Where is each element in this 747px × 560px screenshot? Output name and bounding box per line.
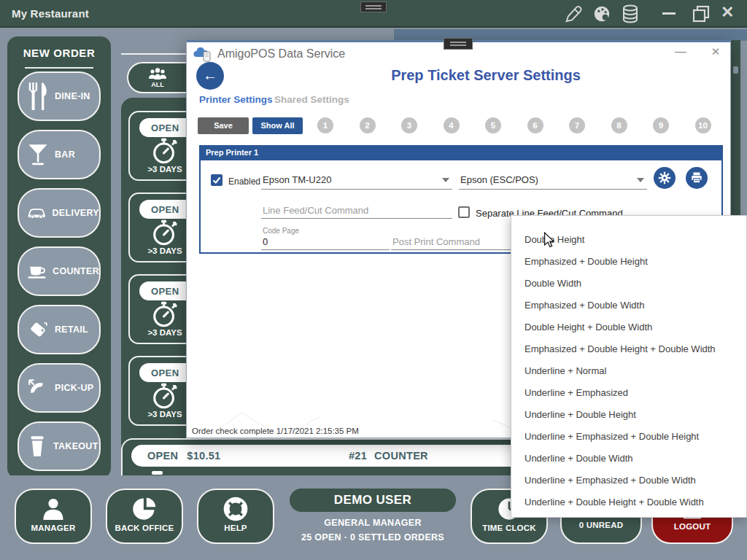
menu-item[interactable]: Underline + Emphasized + Double Height: [511, 426, 746, 448]
enabled-checkbox[interactable]: [211, 174, 222, 186]
printer-select-value: Epson TM-U220: [263, 174, 331, 185]
sidebar-item-label: DINE-IN: [55, 91, 90, 101]
page-button-10[interactable]: 10: [695, 117, 711, 133]
martini-icon: [27, 143, 49, 166]
selected-order-number: #21: [349, 450, 367, 462]
cloud-sync-icon: [193, 45, 213, 63]
selected-order-type: COUNTER: [374, 450, 428, 462]
database-icon[interactable]: [620, 4, 640, 24]
manager-button[interactable]: MANAGER: [15, 489, 92, 544]
mouse-cursor: [543, 232, 555, 248]
menu-item[interactable]: Emphasized + Double Width: [511, 295, 746, 316]
enabled-label: Enabled: [228, 176, 260, 187]
stopwatch-icon: [150, 381, 179, 411]
car-icon: [27, 204, 47, 222]
sidebar-item-bar[interactable]: BAR: [18, 130, 101, 179]
back-button[interactable]: ←: [196, 62, 224, 90]
dialog-close-icon[interactable]: ✕: [708, 44, 724, 60]
menu-item[interactable]: Underline + Double Height: [511, 404, 746, 426]
save-changes-button[interactable]: Save Changes: [198, 117, 249, 134]
tab-shared-settings[interactable]: Shared Settings: [274, 94, 349, 105]
emulation-select-value: Epson (ESC/POS): [460, 174, 538, 185]
page-button-6[interactable]: 6: [527, 117, 543, 133]
app-titlebar: My Restaurant ✕: [0, 0, 747, 28]
palette-icon[interactable]: [591, 4, 613, 24]
sidebar-item-delivery[interactable]: DELIVERY: [18, 188, 101, 238]
menu-item[interactable]: Underline + Emphasized: [511, 382, 746, 404]
filter-all-label: ALL: [151, 81, 164, 88]
sidebar-item-label: DELIVERY: [53, 208, 99, 218]
page-button-4[interactable]: 4: [444, 117, 460, 133]
menu-item[interactable]: Underline + Normal: [511, 360, 746, 382]
page-button-3[interactable]: 3: [401, 117, 417, 133]
logout-label: LOGOUT: [674, 522, 711, 531]
manager-label: MANAGER: [31, 524, 76, 532]
dialog-drag-handle[interactable]: [444, 38, 473, 50]
status-bar-text: Order check complete 1/17/2021 2:15:35 P…: [192, 427, 359, 435]
scroll-indicator: [152, 471, 163, 475]
menu-item[interactable]: Emphasized + Double Height + Double Widt…: [511, 338, 746, 360]
separate-line-feed-checkbox[interactable]: [458, 206, 470, 218]
time-clock-label: TIME CLOCK: [482, 524, 536, 532]
new-order-header: NEW ORDER: [7, 47, 111, 59]
page-button-9[interactable]: 9: [653, 117, 669, 133]
orders-summary: 25 OPEN · 0 SETTLED ORDERS: [268, 532, 478, 542]
sidebar-item-label: TAKEOUT: [53, 441, 98, 451]
emulation-select[interactable]: Epson (ESC/POS): [459, 173, 647, 190]
page-button-2[interactable]: 2: [360, 117, 376, 133]
menu-item[interactable]: Underline + Emphasized + Double Width: [511, 470, 746, 491]
tab-printer-settings[interactable]: Printer Settings: [199, 94, 273, 105]
close-icon[interactable]: ✕: [721, 2, 734, 23]
back-office-button[interactable]: BACK OFFICE: [106, 489, 183, 544]
order-status: OPEN: [151, 368, 179, 378]
prep-printer-header: Prep Printer 1: [199, 145, 723, 160]
app-title: My Restaurant: [12, 7, 89, 20]
help-button[interactable]: HELP: [197, 489, 274, 544]
sidebar-item-retail[interactable]: RETAIL: [18, 305, 101, 354]
takeout-cup-icon: [27, 435, 47, 458]
page-button-7[interactable]: 7: [569, 117, 585, 133]
current-user-badge[interactable]: DEMO USER: [290, 489, 456, 512]
printer-icon: [690, 171, 703, 184]
line-feed-input[interactable]: [261, 205, 452, 219]
printer-select[interactable]: Epson TM-U220: [261, 173, 452, 190]
page-button-8[interactable]: 8: [611, 117, 627, 133]
sidebar-item-takeout[interactable]: TAKEOUT: [18, 421, 101, 471]
dialog-minimize-icon[interactable]: —: [673, 44, 689, 60]
menu-item[interactable]: Double Height + Double Width: [511, 316, 746, 338]
order-status: OPEN: [151, 286, 179, 297]
minimize-icon[interactable]: [662, 12, 676, 15]
menu-item[interactable]: Underline + Double Height + Double Width: [511, 491, 746, 513]
printer-settings-gear-button[interactable]: [654, 167, 676, 189]
user-role: GENERAL MANAGER: [290, 518, 456, 528]
gear-icon: [658, 171, 671, 184]
code-page-input[interactable]: [261, 236, 390, 250]
menu-item[interactable]: Emphasized + Double Height: [511, 251, 746, 273]
scrollbar-thumb[interactable]: [733, 66, 738, 74]
menu-item[interactable]: Underline + Double Width: [511, 448, 746, 470]
stopwatch-icon: [150, 136, 179, 166]
menu-item[interactable]: Double Width: [511, 273, 746, 295]
sidebar-item-pick-up[interactable]: PICK-UP: [18, 363, 101, 413]
sidebar-item-label: RETAIL: [55, 324, 88, 335]
dialog-title: AmigoPOS Data Service: [217, 47, 345, 61]
page-button-5[interactable]: 5: [485, 117, 501, 133]
order-status: OPEN: [151, 204, 179, 215]
pos-app-screen: My Restaurant ✕ NEW ORD: [0, 0, 747, 560]
test-print-button[interactable]: [686, 167, 708, 189]
selected-order-status: OPEN: [147, 450, 178, 462]
stopwatch-icon: [150, 300, 179, 329]
sidebar-item-label: PICK-UP: [55, 383, 94, 393]
restore-icon[interactable]: [692, 4, 711, 23]
show-all-button[interactable]: Show All: [252, 117, 303, 134]
sidebar-item-counter[interactable]: COUNTER: [18, 246, 101, 296]
stopwatch-icon: [150, 218, 179, 247]
screen-drag-handle[interactable]: [360, 1, 387, 12]
chevron-down-icon: [442, 178, 449, 182]
post-print-input[interactable]: [391, 236, 515, 250]
sidebar-item-dine-in[interactable]: DINE-IN: [18, 71, 101, 121]
page-button-1[interactable]: 1: [317, 117, 333, 133]
pencil-icon[interactable]: [562, 4, 584, 24]
print-style-dropdown-menu: Double Height Emphasized + Double Height…: [511, 215, 747, 518]
back-office-label: BACK OFFICE: [115, 524, 174, 532]
